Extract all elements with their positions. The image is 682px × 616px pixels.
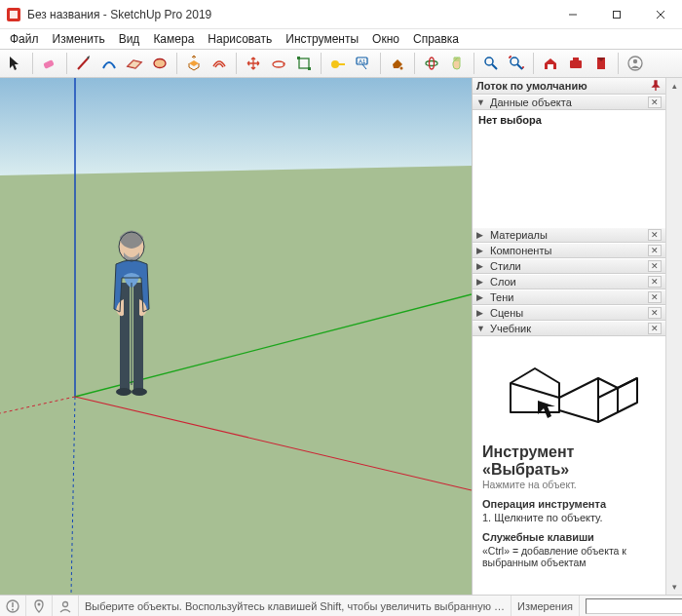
scroll-up-icon[interactable]: ▴ [666,78,682,94]
tool-user[interactable] [624,52,647,75]
measurements-input[interactable] [586,598,682,614]
chevron-right-icon: ▶ [476,277,486,287]
tool-pushpull[interactable] [182,52,206,75]
tool-rectangle[interactable] [123,52,146,75]
tool-offset[interactable] [208,52,231,75]
panel-instructor-header[interactable]: ▼Учебник✕ [473,321,665,336]
svg-point-17 [426,61,437,66]
tool-layout[interactable] [589,52,613,75]
window-maximize-button[interactable] [594,0,638,29]
scroll-down-icon[interactable]: ▾ [666,579,682,595]
toolbar: A1 [0,49,682,78]
svg-rect-6 [43,59,55,69]
svg-point-21 [511,58,518,65]
panel-close-button[interactable]: ✕ [648,276,662,288]
drawing-viewport[interactable] [0,78,472,595]
svg-point-18 [430,58,435,69]
svg-point-27 [633,59,637,63]
tool-scale[interactable] [292,52,316,75]
menu-bar: Файл Изменить Вид Камера Нарисовать Инст… [0,29,682,49]
menu-file[interactable]: Файл [4,30,45,48]
tool-warehouse[interactable] [539,52,562,75]
window-minimize-button[interactable] [550,0,594,29]
panel-entity-info-body: Нет выбора [473,110,665,227]
panel-entity-info-header[interactable]: ▼ Данные объекта ✕ [473,95,665,110]
instructor-op-heading: Операция инструмента [482,498,656,510]
svg-rect-1 [10,11,18,19]
panel-components-label: Компоненты [490,245,551,256]
menu-camera[interactable]: Камера [147,30,200,48]
svg-point-7 [154,59,166,68]
panel-layers-label: Слои [490,276,516,288]
title-bar: Без названия - SketchUp Pro 2019 [0,0,682,29]
panel-shadows-label: Тени [490,291,513,303]
pin-icon[interactable] [650,80,662,92]
svg-rect-11 [308,67,311,70]
panel-shadows-header[interactable]: ▶Тени✕ [473,289,665,305]
menu-tools[interactable]: Инструменты [280,30,364,48]
tool-eraser[interactable] [38,52,61,75]
svg-rect-3 [613,11,620,18]
tool-line[interactable] [72,52,95,75]
tray-scrollbar[interactable]: ▴ ▾ [665,78,682,595]
status-geo-icon[interactable] [26,596,53,616]
panel-close-button[interactable]: ✕ [648,307,662,319]
chevron-right-icon: ▶ [476,230,486,240]
svg-rect-13 [338,63,345,65]
tool-move[interactable] [242,52,265,75]
tool-paint[interactable] [386,52,409,75]
tool-rotate[interactable] [267,52,290,75]
chevron-down-icon: ▼ [476,97,486,107]
svg-line-20 [492,64,497,69]
panel-close-button[interactable]: ✕ [648,229,662,241]
panel-close-button[interactable]: ✕ [648,260,662,272]
svg-text:A1: A1 [359,58,366,64]
panel-components-header[interactable]: ▶Компоненты✕ [473,243,665,258]
tool-arc[interactable] [97,52,121,75]
tool-tape[interactable] [326,52,350,75]
svg-point-45 [38,602,41,605]
panel-layers-header[interactable]: ▶Слои✕ [473,274,665,289]
menu-window[interactable]: Окно [366,30,405,48]
window-close-button[interactable] [638,0,682,29]
tray-title[interactable]: Лоток по умолчанию [473,78,665,95]
tool-text[interactable]: A1 [352,52,375,75]
default-tray: Лоток по умолчанию ▼ Данные объекта ✕ Не… [472,78,682,595]
panel-entity-info-label: Данные объекта [490,96,572,108]
panel-styles-header[interactable]: ▶Стили✕ [473,258,665,274]
panel-close-button[interactable]: ✕ [648,96,662,108]
tool-pan[interactable] [445,52,469,75]
svg-point-8 [273,61,284,67]
panel-close-button[interactable]: ✕ [648,291,662,303]
svg-point-44 [12,608,14,610]
status-credits-icon[interactable] [53,596,79,616]
tool-orbit[interactable] [420,52,443,75]
menu-help[interactable]: Справка [407,30,465,48]
svg-line-22 [517,64,522,69]
chevron-right-icon: ▶ [476,246,486,255]
menu-edit[interactable]: Изменить [47,30,111,48]
panel-close-button[interactable]: ✕ [648,245,662,256]
status-alert-icon[interactable] [0,596,26,616]
panel-close-button[interactable]: ✕ [648,323,662,334]
tool-zoom-extents[interactable] [505,52,528,75]
tool-circle[interactable] [148,52,171,75]
panel-scenes-label: Сцены [490,307,523,319]
instructor-illustration [473,336,665,443]
svg-point-19 [485,58,493,65]
svg-point-12 [331,60,339,68]
tool-zoom[interactable] [479,52,503,75]
svg-point-16 [400,67,403,70]
menu-view[interactable]: Вид [113,30,146,48]
panel-materials-header[interactable]: ▶Материалы✕ [473,227,665,243]
svg-marker-29 [0,166,472,595]
chevron-right-icon: ▶ [476,261,486,271]
chevron-down-icon: ▼ [476,324,486,333]
tool-extensions[interactable] [564,52,587,75]
tool-select[interactable] [4,52,27,75]
menu-draw[interactable]: Нарисовать [202,30,278,48]
panel-styles-label: Стили [490,260,521,272]
panel-scenes-header[interactable]: ▶Сцены✕ [473,305,665,321]
svg-rect-9 [299,58,309,68]
window-title: Без названия - SketchUp Pro 2019 [27,8,550,21]
